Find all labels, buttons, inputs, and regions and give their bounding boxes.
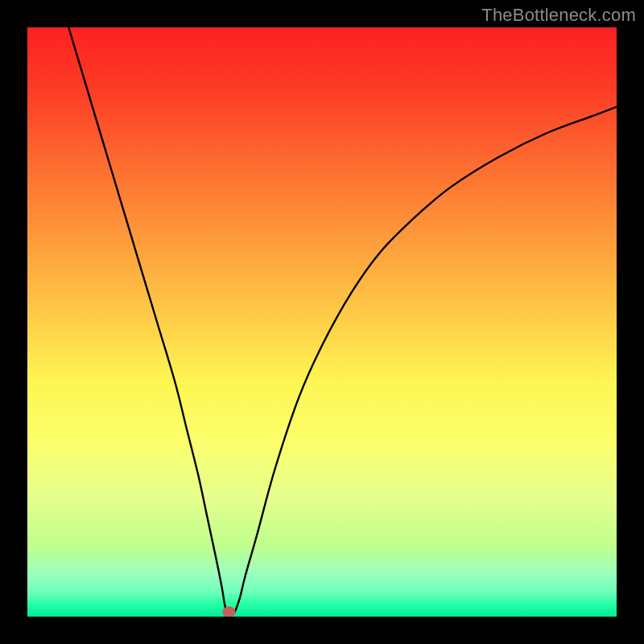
svg-point-0	[222, 606, 235, 617]
chart-frame: TheBottleneck.com	[0, 0, 644, 644]
line-series	[68, 27, 617, 615]
watermark-text: TheBottleneck.com	[481, 5, 636, 26]
plot-area	[27, 27, 617, 617]
marker-dot	[222, 606, 235, 617]
chart-svg	[27, 27, 617, 617]
